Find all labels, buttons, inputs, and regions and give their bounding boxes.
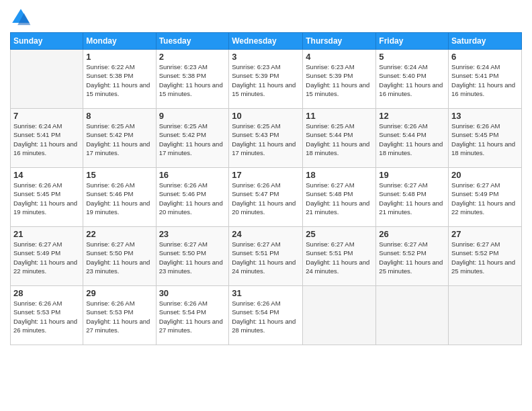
calendar-cell: 24Sunrise: 6:27 AMSunset: 5:51 PMDayligh… [229,227,303,286]
day-number: 11 [306,111,373,121]
day-number: 18 [306,170,373,180]
day-detail: Sunrise: 6:27 AMSunset: 5:52 PMDaylight:… [379,240,445,275]
day-detail: Sunrise: 6:26 AMSunset: 5:53 PMDaylight:… [86,299,152,334]
day-detail: Sunrise: 6:26 AMSunset: 5:46 PMDaylight:… [159,181,226,216]
page: SundayMondayTuesdayWednesdayThursdayFrid… [0,0,532,411]
calendar-cell: 25Sunrise: 6:27 AMSunset: 5:51 PMDayligh… [303,227,376,286]
day-number: 25 [306,229,373,239]
calendar-cell [11,50,83,109]
week-row-5: 28Sunrise: 6:26 AMSunset: 5:53 PMDayligh… [11,286,522,345]
calendar-cell [449,286,522,345]
day-detail: Sunrise: 6:24 AMSunset: 5:40 PMDaylight:… [379,62,445,98]
day-detail: Sunrise: 6:27 AMSunset: 5:48 PMDaylight:… [379,181,445,216]
day-number: 3 [232,52,300,62]
header [10,7,522,28]
day-detail: Sunrise: 6:23 AMSunset: 5:39 PMDaylight:… [232,62,300,98]
day-detail: Sunrise: 6:26 AMSunset: 5:45 PMDaylight:… [451,122,519,157]
day-detail: Sunrise: 6:23 AMSunset: 5:39 PMDaylight:… [306,62,373,98]
logo-icon [10,7,32,28]
day-detail: Sunrise: 6:27 AMSunset: 5:49 PMDaylight:… [13,240,80,275]
calendar-cell: 15Sunrise: 6:26 AMSunset: 5:46 PMDayligh… [83,168,156,227]
weekday-header-sunday: Sunday [11,33,83,50]
day-number: 16 [159,170,226,180]
week-row-1: 1Sunrise: 6:22 AMSunset: 5:38 PMDaylight… [11,50,522,109]
day-detail: Sunrise: 6:23 AMSunset: 5:38 PMDaylight:… [159,62,226,98]
calendar-cell: 18Sunrise: 6:27 AMSunset: 5:48 PMDayligh… [303,168,376,227]
calendar-cell: 9Sunrise: 6:25 AMSunset: 5:42 PMDaylight… [156,109,229,168]
day-detail: Sunrise: 6:26 AMSunset: 5:46 PMDaylight:… [86,181,152,216]
day-number: 5 [379,52,445,62]
day-detail: Sunrise: 6:27 AMSunset: 5:50 PMDaylight:… [159,240,226,275]
calendar-cell: 11Sunrise: 6:25 AMSunset: 5:44 PMDayligh… [303,109,376,168]
day-number: 19 [379,170,445,180]
calendar-cell: 22Sunrise: 6:27 AMSunset: 5:50 PMDayligh… [83,227,156,286]
day-detail: Sunrise: 6:27 AMSunset: 5:49 PMDaylight:… [451,181,519,216]
calendar-cell [376,286,449,345]
calendar-cell: 1Sunrise: 6:22 AMSunset: 5:38 PMDaylight… [83,50,156,109]
calendar-cell: 13Sunrise: 6:26 AMSunset: 5:45 PMDayligh… [449,109,522,168]
calendar-cell: 28Sunrise: 6:26 AMSunset: 5:53 PMDayligh… [11,286,83,345]
day-number: 14 [13,170,80,180]
calendar-cell: 2Sunrise: 6:23 AMSunset: 5:38 PMDaylight… [156,50,229,109]
day-number: 27 [451,229,519,239]
calendar-cell: 3Sunrise: 6:23 AMSunset: 5:39 PMDaylight… [229,50,303,109]
calendar-cell: 30Sunrise: 6:26 AMSunset: 5:54 PMDayligh… [156,286,229,345]
day-detail: Sunrise: 6:25 AMSunset: 5:44 PMDaylight:… [306,122,373,157]
calendar-cell: 16Sunrise: 6:26 AMSunset: 5:46 PMDayligh… [156,168,229,227]
day-number: 24 [232,229,300,239]
day-number: 12 [379,111,445,121]
week-row-2: 7Sunrise: 6:24 AMSunset: 5:41 PMDaylight… [11,109,522,168]
day-detail: Sunrise: 6:27 AMSunset: 5:51 PMDaylight:… [232,240,300,275]
logo [10,7,34,28]
day-detail: Sunrise: 6:26 AMSunset: 5:54 PMDaylight:… [159,299,226,334]
day-detail: Sunrise: 6:25 AMSunset: 5:42 PMDaylight:… [86,122,152,157]
weekday-header-monday: Monday [83,33,156,50]
day-number: 1 [86,52,152,62]
day-detail: Sunrise: 6:27 AMSunset: 5:51 PMDaylight:… [306,240,373,275]
calendar-cell: 8Sunrise: 6:25 AMSunset: 5:42 PMDaylight… [83,109,156,168]
calendar-cell: 17Sunrise: 6:26 AMSunset: 5:47 PMDayligh… [229,168,303,227]
calendar-cell: 26Sunrise: 6:27 AMSunset: 5:52 PMDayligh… [376,227,449,286]
day-number: 6 [451,52,519,62]
day-detail: Sunrise: 6:25 AMSunset: 5:43 PMDaylight:… [232,122,300,157]
day-number: 22 [86,229,152,239]
calendar-cell: 21Sunrise: 6:27 AMSunset: 5:49 PMDayligh… [11,227,83,286]
day-number: 21 [13,229,80,239]
weekday-header-friday: Friday [376,33,449,50]
calendar-cell: 14Sunrise: 6:26 AMSunset: 5:45 PMDayligh… [11,168,83,227]
day-number: 17 [232,170,300,180]
weekday-header-row: SundayMondayTuesdayWednesdayThursdayFrid… [11,33,522,50]
calendar-cell: 19Sunrise: 6:27 AMSunset: 5:48 PMDayligh… [376,168,449,227]
day-number: 30 [159,288,226,298]
day-detail: Sunrise: 6:24 AMSunset: 5:41 PMDaylight:… [451,62,519,98]
calendar-cell: 23Sunrise: 6:27 AMSunset: 5:50 PMDayligh… [156,227,229,286]
day-detail: Sunrise: 6:27 AMSunset: 5:50 PMDaylight:… [86,240,152,275]
calendar-cell: 10Sunrise: 6:25 AMSunset: 5:43 PMDayligh… [229,109,303,168]
day-detail: Sunrise: 6:25 AMSunset: 5:42 PMDaylight:… [159,122,226,157]
day-number: 23 [159,229,226,239]
day-number: 7 [13,111,80,121]
day-detail: Sunrise: 6:22 AMSunset: 5:38 PMDaylight:… [86,62,152,98]
day-number: 20 [451,170,519,180]
calendar: SundayMondayTuesdayWednesdayThursdayFrid… [10,32,522,345]
calendar-cell: 27Sunrise: 6:27 AMSunset: 5:52 PMDayligh… [449,227,522,286]
calendar-cell [303,286,376,345]
day-detail: Sunrise: 6:27 AMSunset: 5:52 PMDaylight:… [451,240,519,275]
day-number: 8 [86,111,152,121]
day-number: 2 [159,52,226,62]
day-detail: Sunrise: 6:26 AMSunset: 5:53 PMDaylight:… [13,299,80,334]
day-number: 29 [86,288,152,298]
day-detail: Sunrise: 6:27 AMSunset: 5:48 PMDaylight:… [306,181,373,216]
weekday-header-thursday: Thursday [303,33,376,50]
calendar-cell: 4Sunrise: 6:23 AMSunset: 5:39 PMDaylight… [303,50,376,109]
day-number: 26 [379,229,445,239]
day-detail: Sunrise: 6:24 AMSunset: 5:41 PMDaylight:… [13,122,80,157]
calendar-cell: 20Sunrise: 6:27 AMSunset: 5:49 PMDayligh… [449,168,522,227]
calendar-cell: 31Sunrise: 6:26 AMSunset: 5:54 PMDayligh… [229,286,303,345]
day-detail: Sunrise: 6:26 AMSunset: 5:45 PMDaylight:… [13,181,80,216]
calendar-cell: 12Sunrise: 6:26 AMSunset: 5:44 PMDayligh… [376,109,449,168]
day-number: 28 [13,288,80,298]
day-number: 4 [306,52,373,62]
day-number: 15 [86,170,152,180]
weekday-header-saturday: Saturday [449,33,522,50]
